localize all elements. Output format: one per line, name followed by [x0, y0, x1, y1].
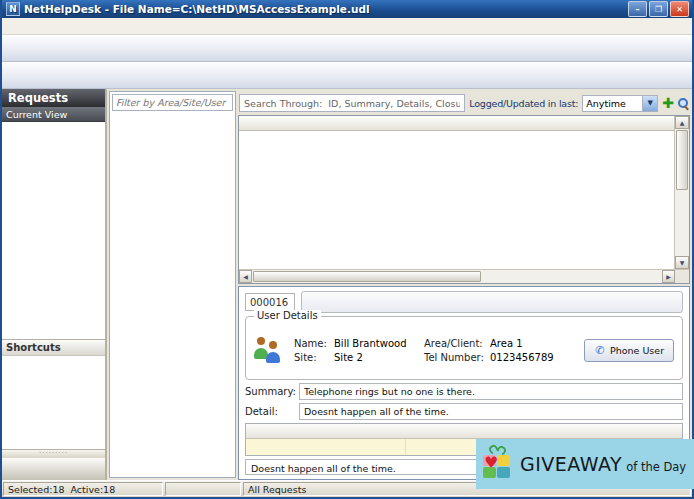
area-tree	[110, 113, 235, 118]
summary-label: Summary:	[245, 386, 295, 397]
scrollbar-corner	[675, 270, 689, 283]
gift-icon: ♥	[483, 446, 513, 482]
status-spacer	[165, 482, 241, 496]
toolbar-secondary	[2, 62, 692, 89]
tel-number-value: 0123456789	[490, 352, 576, 363]
giveaway-subtitle: of the Day	[626, 460, 686, 474]
shortcuts-list	[2, 356, 105, 449]
site-label: Site:	[294, 352, 330, 363]
area-client-value: Area 1	[490, 338, 576, 349]
summary-field[interactable]: Telephone rings but no one is there.	[299, 383, 683, 400]
app-icon: N	[6, 2, 20, 16]
scrollbar-thumb[interactable]	[676, 130, 688, 190]
search-icon[interactable]	[678, 98, 689, 109]
name-label: Name:	[294, 338, 330, 349]
users-icon	[254, 336, 286, 364]
grid-body	[239, 131, 674, 269]
sidebar-tray	[2, 458, 105, 480]
giveaway-banner: ♥ GIVEAWAY of the Day	[476, 439, 694, 489]
scroll-left-icon[interactable]: ◀	[239, 270, 252, 283]
shortcuts-header: Shortcuts	[2, 339, 105, 356]
window-title: NetHelpDesk - File Name=C:\NetHD\MSAcces…	[24, 3, 626, 15]
add-filter-icon[interactable]: ✚	[662, 96, 674, 110]
area-tree-panel	[109, 91, 236, 478]
title-bar: N NetHelpDesk - File Name=C:\NetHD\MSAcc…	[2, 0, 692, 18]
restore-button[interactable]: ❐	[649, 1, 668, 17]
logged-updated-select[interactable]: Anytime ▼	[582, 95, 658, 112]
view-radio-group	[2, 122, 105, 339]
detail-field[interactable]: Doesnt happen all of the time.	[299, 403, 683, 420]
detail-action-bar	[301, 291, 683, 313]
name-value: Bill Brantwood	[334, 338, 420, 349]
sidebar: Requests Current View Shortcuts ········…	[2, 89, 107, 480]
phone-user-button[interactable]: ✆ Phone User	[584, 339, 674, 362]
giveaway-title: GIVEAWAY	[520, 453, 622, 475]
horizontal-scrollbar[interactable]: ◀ ▶	[239, 269, 689, 283]
ticket-id-field[interactable]: 000016	[245, 293, 295, 311]
scroll-right-icon[interactable]: ▶	[662, 270, 675, 283]
sidebar-header: Requests	[2, 89, 105, 107]
main-area: Requests Current View Shortcuts ········…	[2, 89, 692, 480]
logged-updated-value: Anytime	[583, 98, 642, 109]
phone-user-label: Phone User	[610, 345, 664, 356]
search-row: Logged/Updated in last: Anytime ▼ ✚	[238, 91, 690, 115]
actions-table-header	[246, 424, 682, 439]
tree-filter-input[interactable]	[112, 94, 233, 111]
scroll-up-icon[interactable]: ▲	[675, 116, 689, 129]
nethelpdesk-window: N NetHelpDesk - File Name=C:\NetHD\MSAcc…	[0, 0, 694, 499]
status-selected-count: Selected:18 Active:18	[3, 482, 163, 496]
scrollbar-thumb[interactable]	[253, 271, 481, 282]
user-details-legend: User Details	[254, 310, 321, 321]
sidebar-splitter[interactable]: ·········	[2, 449, 105, 458]
menu-bar	[2, 18, 692, 35]
detail-label: Detail:	[245, 406, 295, 417]
vertical-scrollbar[interactable]: ▲ ▼	[674, 116, 689, 269]
toolbar-main	[2, 35, 692, 62]
site-value: Site 2	[334, 352, 420, 363]
user-details-group: User Details Name: Bill Brantwood Area/C…	[245, 316, 683, 380]
close-button[interactable]: ✕	[670, 1, 689, 17]
scroll-down-icon[interactable]: ▼	[675, 256, 689, 269]
search-input[interactable]	[239, 94, 465, 112]
request-panel: Logged/Updated in last: Anytime ▼ ✚ ▲	[237, 89, 692, 480]
notes-text: Doesnt happen all of the time.	[251, 463, 396, 474]
current-view-header: Current View	[2, 107, 105, 122]
logged-updated-label: Logged/Updated in last:	[469, 98, 578, 109]
area-client-label: Area/Client:	[424, 338, 486, 349]
phone-icon: ✆	[594, 345, 606, 356]
chevron-down-icon[interactable]: ▼	[642, 96, 657, 111]
tel-number-label: Tel Number:	[424, 352, 486, 363]
minimize-button[interactable]: –	[628, 1, 647, 17]
grid-header	[239, 116, 674, 131]
request-grid: ▲ ▼ ◀ ▶	[238, 115, 690, 284]
